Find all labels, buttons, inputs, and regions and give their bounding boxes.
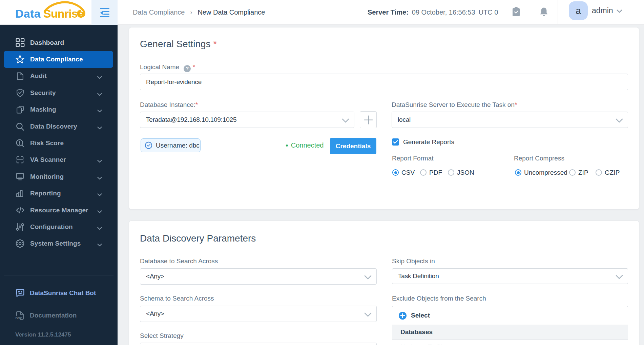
svg-text:Data: Data bbox=[15, 7, 41, 20]
svg-text:Sunrise: Sunrise bbox=[43, 7, 84, 20]
svg-text:DOC: DOC bbox=[16, 316, 22, 320]
